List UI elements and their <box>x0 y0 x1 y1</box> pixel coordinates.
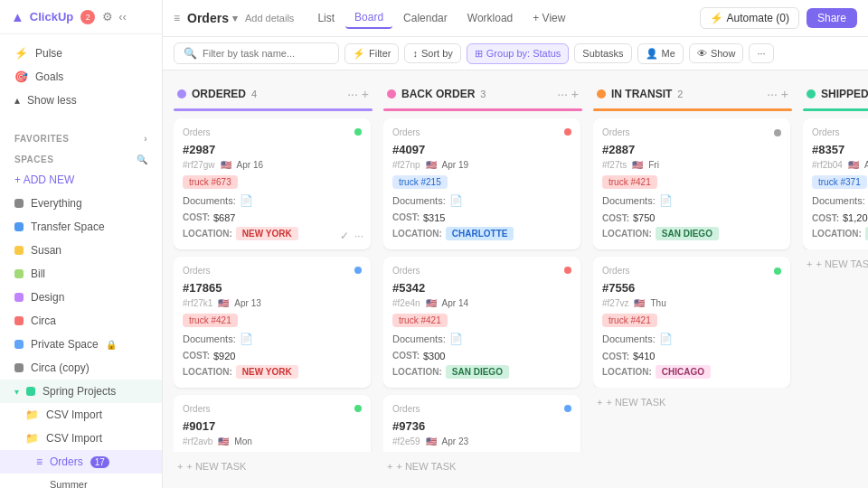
card-header: Orders <box>392 127 571 137</box>
new-task-shipped[interactable]: ++ NEW TASK <box>803 253 868 275</box>
sidebar-item-everything[interactable]: Everything <box>0 192 162 215</box>
card-source: Orders <box>183 266 211 276</box>
search-box[interactable]: 🔍 <box>174 42 339 64</box>
location-row: LOCATION: CHICAGO <box>602 365 781 379</box>
card-5342[interactable]: Orders #5342 #f2e4n 🇺🇸 Apr 14 truck #421… <box>383 257 580 388</box>
tab-add-view[interactable]: + View <box>524 8 574 28</box>
clickup-logo: ▲ <box>11 9 24 24</box>
documents-label: Documents: <box>602 195 656 206</box>
sidebar-item-summer-phase-1[interactable]: ≡ Summer Commercial: Phase 1 8 <box>0 474 162 488</box>
location-row: LOCATION: SAN DIEGO <box>602 227 781 240</box>
collapse-icon[interactable]: ‹‹ <box>118 10 127 23</box>
documents-row: Documents: 📄 <box>183 194 362 207</box>
sidebar-item-bill[interactable]: Bill <box>0 262 162 286</box>
card-2887[interactable]: Orders #2887 #f27ts 🇺🇸 Fri truck #421 Do… <box>593 118 790 249</box>
sidebar-item-susan[interactable]: Susan <box>0 239 162 262</box>
sidebar-item-transfer-space[interactable]: Transfer Space <box>0 215 162 239</box>
sidebar-item-show-less[interactable]: ▴ Show less <box>0 89 162 112</box>
me-button[interactable]: 👤 Me <box>637 43 684 64</box>
card-tag-id: #f27vz <box>602 298 628 308</box>
documents-label: Documents: <box>602 333 656 344</box>
automate-button[interactable]: ⚡ Automate (0) <box>700 7 799 29</box>
card-date: Apr 13 <box>234 298 260 308</box>
space-color-spring <box>26 387 35 396</box>
sidebar-item-spring-projects[interactable]: ▾ Spring Projects <box>0 380 162 403</box>
column-more-icon[interactable]: ··· <box>347 87 358 101</box>
dropdown-icon[interactable]: ▾ <box>232 13 238 24</box>
column-add-icon[interactable]: + <box>781 87 788 101</box>
cost-value: $687 <box>213 212 235 223</box>
truck-tag: truck #421 <box>183 314 238 327</box>
add-new-button[interactable]: + ADD NEW <box>0 168 162 192</box>
tab-list[interactable]: List <box>308 8 344 28</box>
card-4097[interactable]: Orders #4097 #f27np 🇺🇸 Apr 19 truck #215… <box>383 118 580 249</box>
new-task-in-transit[interactable]: ++ NEW TASK <box>593 391 792 413</box>
settings-icon[interactable]: ⚙ <box>102 10 113 23</box>
group-by-button[interactable]: ⊞ Group by: Status <box>467 43 570 64</box>
card-8357[interactable]: Orders #8357 #rf2b04 🇺🇸 Apr 13 truck #37… <box>803 118 868 249</box>
share-button[interactable]: Share <box>807 8 857 28</box>
card-id: #17865 <box>183 281 362 295</box>
check-icon[interactable]: ✓ <box>340 230 349 242</box>
card-id: #2887 <box>602 143 781 156</box>
documents-label: Documents: <box>392 333 446 344</box>
filter-button[interactable]: ⚡ Filter <box>344 43 399 64</box>
sidebar-item-circa-copy[interactable]: Circa (copy) <box>0 356 162 380</box>
sidebar-item-circa[interactable]: Circa <box>0 309 162 333</box>
subtasks-button[interactable]: Subtasks <box>574 43 631 63</box>
plus-icon: + <box>177 461 183 472</box>
card-9736[interactable]: Orders #9736 #f2e59 🇺🇸 Apr 23 Documents:… <box>383 395 580 452</box>
sidebar-item-private-space[interactable]: Private Space 🔒 <box>0 333 162 356</box>
more-icon[interactable]: ··· <box>354 230 363 242</box>
filter-icon: ⚡ <box>353 48 365 60</box>
sidebar-item-goals[interactable]: 🎯 Goals <box>0 65 162 89</box>
breadcrumb[interactable]: Add details <box>245 13 294 23</box>
goals-icon: 🎯 <box>14 70 28 83</box>
person-icon: 👤 <box>646 48 658 60</box>
search-icon[interactable]: 🔍 <box>137 155 148 164</box>
card-meta: #f27ts 🇺🇸 Fri <box>602 160 781 170</box>
notification-badge[interactable]: 2 <box>80 10 95 24</box>
new-task-ordered[interactable]: ++ NEW TASK <box>174 455 373 477</box>
card-17865[interactable]: Orders #17865 #rf27k1 🇺🇸 Apr 13 truck #4… <box>174 257 371 388</box>
cost-row: COST: $920 <box>183 351 362 361</box>
column-more-icon[interactable]: ··· <box>767 87 778 101</box>
location-label: LOCATION: <box>392 229 442 239</box>
column-add-icon[interactable]: + <box>362 87 369 101</box>
sidebar-nav: ⚡ Pulse 🎯 Goals ▴ Show less <box>0 34 162 119</box>
column-more-icon[interactable]: ··· <box>557 87 568 101</box>
new-task-back-order[interactable]: ++ NEW TASK <box>383 455 582 477</box>
location-row: LOCATION: SAN DIEGO <box>392 365 571 379</box>
card-flag: 🇺🇸 <box>221 160 231 170</box>
sidebar-item-design[interactable]: Design <box>0 286 162 309</box>
space-color-circa <box>14 316 24 325</box>
sidebar-item-csv-import-1[interactable]: 📁 CSV Import <box>0 403 162 427</box>
sidebar-item-csv-import-2[interactable]: 📁 CSV Import <box>0 427 162 450</box>
column-gap <box>582 81 593 477</box>
sort-button[interactable]: ↕ Sort by <box>404 43 460 63</box>
card-meta: #f27np 🇺🇸 Apr 19 <box>392 160 571 170</box>
tab-calendar[interactable]: Calendar <box>394 8 457 28</box>
chevron-right-icon[interactable]: › <box>144 134 147 144</box>
truck-tag: truck #421 <box>602 314 657 327</box>
eye-icon: 👁 <box>697 48 707 59</box>
location-label: LOCATION: <box>602 229 652 239</box>
documents-label: Documents: <box>392 195 446 206</box>
card-7556[interactable]: Orders #7556 #f27vz 🇺🇸 Thu truck #421 Do… <box>593 257 790 388</box>
tab-board[interactable]: Board <box>345 7 392 29</box>
orders-icon: ≡ <box>174 12 180 24</box>
sidebar-item-orders[interactable]: ≡ Orders 17 <box>0 450 162 474</box>
tab-workload[interactable]: Workload <box>458 8 522 28</box>
column-add-icon[interactable]: + <box>571 87 579 101</box>
sidebar-item-pulse[interactable]: ⚡ Pulse <box>0 42 162 65</box>
card-flag: 🇺🇸 <box>634 298 645 308</box>
card-2987[interactable]: Orders #2987 #rf27gw 🇺🇸 Apr 16 truck #67… <box>174 118 371 249</box>
card-tag-id: #rf27gw <box>183 160 215 170</box>
show-button[interactable]: 👁 Show <box>689 43 744 63</box>
card-9017[interactable]: Orders #9017 #rf2avb 🇺🇸 Mon Documents: 📄… <box>174 395 371 452</box>
location-label: LOCATION: <box>183 229 232 239</box>
more-options-button[interactable]: ··· <box>749 43 773 63</box>
search-input[interactable] <box>203 48 329 59</box>
card-header: Orders <box>392 404 571 414</box>
column-shipped: SHIPPED 1 ··· + Orders #8357 #rf2b04 🇺🇸 … <box>803 81 868 477</box>
